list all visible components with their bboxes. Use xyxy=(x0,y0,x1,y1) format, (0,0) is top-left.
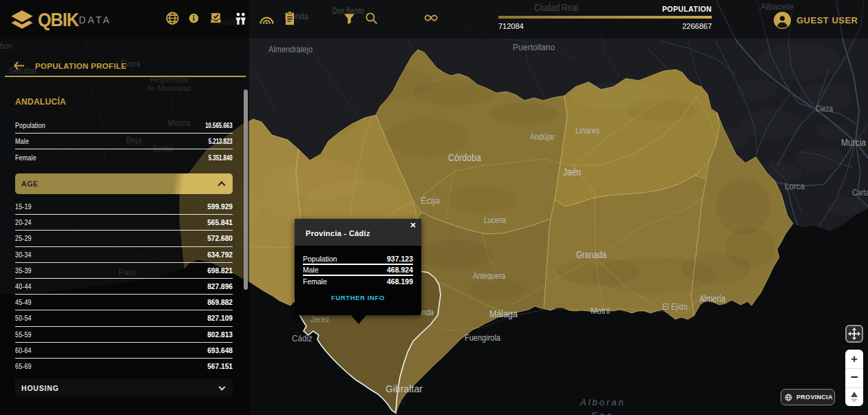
svg-text:Linares: Linares xyxy=(575,126,600,136)
svg-text:El Ejido: El Ejido xyxy=(662,302,688,312)
svg-text:Écija: Écija xyxy=(421,195,440,206)
svg-text:Antequera: Antequera xyxy=(473,271,505,281)
svg-text:Fuengirola: Fuengirola xyxy=(465,333,500,343)
svg-text:Sea: Sea xyxy=(591,410,613,415)
svg-text:Málaga: Málaga xyxy=(489,308,518,319)
svg-text:Lucena: Lucena xyxy=(484,215,506,225)
svg-text:Motril: Motril xyxy=(591,306,610,316)
svg-text:Cartagena: Cartagena xyxy=(852,188,868,198)
svg-text:Lorca: Lorca xyxy=(785,182,805,191)
svg-text:Córdoba: Córdoba xyxy=(448,152,481,163)
svg-text:Andújar: Andújar xyxy=(530,132,555,142)
svg-text:Granada: Granada xyxy=(576,249,606,260)
svg-text:Almendralejo: Almendralejo xyxy=(268,44,313,54)
svg-text:Jaén: Jaén xyxy=(563,167,581,178)
svg-text:Almería: Almería xyxy=(699,293,726,304)
svg-text:Puertollano: Puertollano xyxy=(513,42,555,52)
svg-text:Alboran: Alboran xyxy=(580,397,626,407)
svg-text:Cieza: Cieza xyxy=(816,104,833,114)
svg-text:Murcia: Murcia xyxy=(841,136,867,148)
svg-text:Gibraltar: Gibraltar xyxy=(385,383,423,394)
svg-text:Cádiz: Cádiz xyxy=(292,333,313,343)
svg-text:Jerez: Jerez xyxy=(310,314,330,324)
